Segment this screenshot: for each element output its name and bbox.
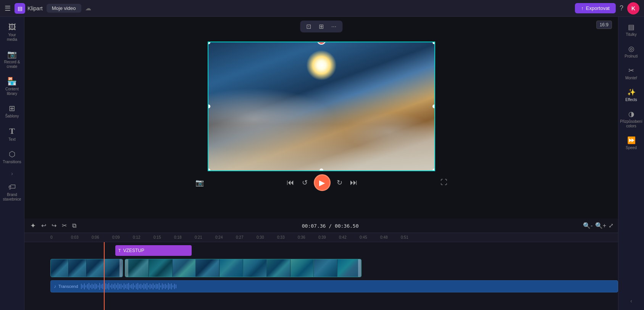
- forward-button[interactable]: ↻: [335, 177, 344, 188]
- wave-bar: [82, 285, 83, 288]
- text-clip[interactable]: T VZESTUP: [115, 245, 192, 256]
- video-thumb: [220, 259, 243, 277]
- segment-right-handle-2[interactable]: [358, 259, 361, 277]
- wave-bar: [115, 283, 115, 289]
- ruler-mark-42: 0:42: [339, 235, 360, 239]
- add-media-button[interactable]: ✦: [29, 220, 37, 231]
- video-thumb: [69, 259, 87, 277]
- segment-left-handle-2[interactable]: [125, 259, 128, 277]
- project-tab[interactable]: Moje video: [47, 4, 81, 13]
- wave-bar: [84, 283, 85, 289]
- user-avatar[interactable]: K: [627, 2, 639, 14]
- crop-button[interactable]: ⊡: [304, 22, 313, 31]
- help-icon[interactable]: ?: [620, 4, 623, 12]
- zoom-in-button[interactable]: 🔍+: [595, 222, 606, 229]
- duplicate-button[interactable]: ⧉: [71, 221, 77, 230]
- colors-label: Přizpůsobení colors: [620, 119, 642, 128]
- wave-bar: [160, 285, 161, 288]
- playhead[interactable]: [104, 242, 105, 310]
- sidebar-item-record-create[interactable]: 📷 Record & create: [2, 47, 23, 72]
- wave-bar: [116, 285, 117, 288]
- wave-bar: [101, 284, 102, 288]
- sidebar-item-sablony[interactable]: ⊞ Šablony: [2, 101, 23, 122]
- more-button[interactable]: ···: [329, 22, 339, 31]
- layout-button[interactable]: ⊞: [316, 22, 326, 31]
- video-segment-1[interactable]: [50, 259, 123, 277]
- text-clip-icon: T: [118, 248, 121, 253]
- video-segment-2[interactable]: [125, 259, 362, 277]
- right-sidebar-item-speed[interactable]: ⏩ Speed: [620, 133, 643, 153]
- zoom-out-button[interactable]: 🔍-: [583, 222, 592, 229]
- right-sidebar-item-effects[interactable]: ✨ Effects: [620, 85, 643, 105]
- ruler-mark-0: 0: [50, 235, 71, 239]
- export-button[interactable]: ↑ Exportovat: [575, 3, 616, 13]
- timeline-expand-button[interactable]: ⤢: [608, 222, 613, 229]
- ruler-mark-48: 0:48: [380, 235, 401, 239]
- handle-top-right[interactable]: [433, 42, 435, 44]
- timeline-toolbar: ✦ ↩ ↪ ✂ ⧉ 00:07.36 / 00:36.50 🔍- 🔍+ ⤢: [24, 218, 618, 233]
- audio-label: Transcend: [58, 284, 78, 289]
- speed-label: Speed: [626, 146, 637, 150]
- right-sidebar-collapse-button[interactable]: ‹: [627, 295, 635, 307]
- wave-bar: [134, 285, 135, 288]
- wave-bar: [119, 284, 120, 289]
- video-thumb: [243, 259, 267, 277]
- right-sidebar-item-titulky[interactable]: ▤ Titulky: [620, 20, 643, 40]
- wave-bar: [174, 284, 175, 289]
- wave-bar: [92, 284, 92, 289]
- effects-icon: ✨: [627, 88, 636, 96]
- handle-middle-right[interactable]: [433, 104, 435, 108]
- export-icon: ↑: [581, 5, 584, 11]
- sidebar-item-text[interactable]: T Text: [2, 123, 23, 145]
- video-background: [208, 42, 434, 170]
- screenshot-button[interactable]: 📷: [195, 178, 204, 187]
- skip-to-end-button[interactable]: ⏭: [349, 177, 359, 188]
- timeline-tools: ✦ ↩ ↪ ✂ ⧉: [29, 220, 77, 231]
- topbar-right: ↑ Exportovat ? K: [575, 2, 639, 14]
- undo-button[interactable]: ↩: [40, 221, 47, 230]
- record-create-label: Record & create: [3, 60, 21, 69]
- wave-bar: [128, 283, 129, 290]
- rewind-button[interactable]: ↺: [300, 177, 309, 188]
- audio-clip[interactable]: ♪ Transcend: [50, 280, 618, 292]
- wave-bar: [99, 283, 100, 290]
- sidebar-item-transitions[interactable]: ⬡ Transitions: [2, 146, 23, 167]
- handle-top-left[interactable]: [208, 42, 210, 44]
- handle-bottom-center[interactable]: [320, 169, 323, 171]
- wave-bar: [168, 283, 169, 290]
- handle-bottom-right[interactable]: [433, 169, 435, 171]
- fullscreen-button[interactable]: ⛶: [441, 178, 447, 186]
- pb-left: 📷: [195, 178, 204, 187]
- right-sidebar-item-prolnuti[interactable]: ◎ Prolnutí: [620, 42, 643, 62]
- wave-bar: [131, 284, 132, 289]
- app-name: Klipart: [27, 5, 43, 11]
- mountain-overlay: [208, 93, 434, 170]
- segment-right-handle[interactable]: [119, 259, 123, 277]
- menu-icon[interactable]: ☰: [5, 4, 11, 13]
- sidebar-expand-icon[interactable]: ›: [10, 169, 15, 178]
- sablony-label: Šablony: [5, 114, 19, 119]
- prolnuti-label: Prolnutí: [625, 54, 638, 59]
- wave-bar: [151, 284, 152, 288]
- cloud-icon[interactable]: ☁: [85, 5, 91, 12]
- right-sidebar-item-colors[interactable]: ◑ Přizpůsobení colors: [620, 107, 643, 132]
- sidebar-item-your-media[interactable]: 🖼 Your media: [2, 20, 23, 45]
- right-sidebar-item-monter[interactable]: ✂ Monteř: [620, 63, 643, 84]
- sidebar-item-brand[interactable]: 🏷 Brand stavebnice: [2, 180, 23, 205]
- wave-bar: [81, 284, 82, 289]
- text-clip-label: VZESTUP: [123, 248, 144, 253]
- wave-bar: [148, 285, 149, 288]
- handle-bottom-left[interactable]: [208, 169, 210, 171]
- cut-button[interactable]: ✂: [61, 221, 68, 230]
- main-content: 🖼 Your media 📷 Record & create 🏪 Content…: [0, 17, 644, 310]
- redo-button[interactable]: ↪: [50, 221, 58, 230]
- ruler-marks: 0 0:03 0:06 0:09 0:12 0:15 0:18 0:21 0:2…: [50, 235, 618, 239]
- brand-label: Brand stavebnice: [3, 193, 21, 202]
- text-track: T VZESTUP: [50, 244, 618, 257]
- sidebar-item-content-library[interactable]: 🏪 Content library: [2, 74, 23, 99]
- video-thumb: [125, 259, 149, 277]
- wave-bar: [89, 283, 89, 290]
- wave-bar: [153, 283, 153, 289]
- skip-to-start-button[interactable]: ⏮: [285, 177, 296, 188]
- play-button[interactable]: ▶: [314, 174, 331, 191]
